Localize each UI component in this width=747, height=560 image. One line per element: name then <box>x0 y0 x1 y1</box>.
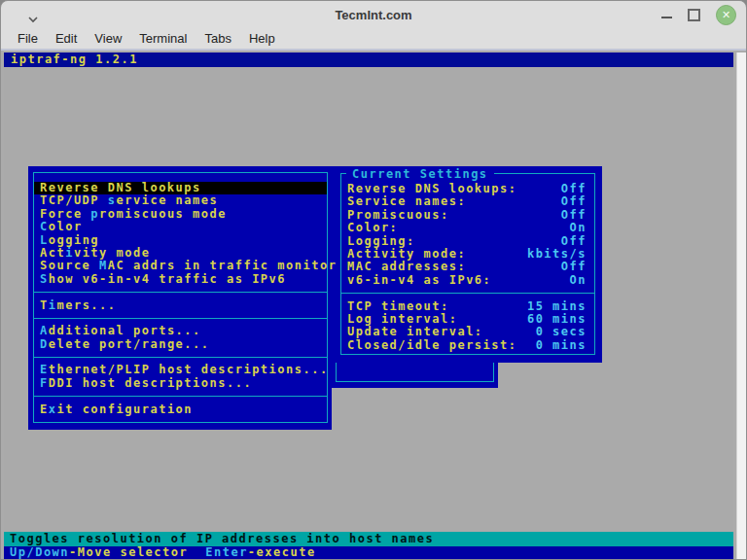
window-controls: ✕ <box>661 1 736 28</box>
menu-separator <box>34 286 327 298</box>
menu-item-v6-in-v4[interactable]: Show v6-in-v4 traffic as IPv6 <box>34 273 327 286</box>
setting-label: Promiscuous: <box>347 209 449 222</box>
menu-item-label: elete port/range... <box>49 337 210 351</box>
menu-item-logging[interactable]: Logging <box>34 234 327 247</box>
menu-item-label: romiscuous mode <box>99 207 227 221</box>
menu-item-service-names[interactable]: TCP/UDP service names <box>34 194 327 207</box>
separator-line <box>341 293 594 294</box>
menu-item-fddi-descriptions[interactable]: FDDI host descriptions... <box>34 377 327 390</box>
menu-separator <box>34 390 327 402</box>
menu-item-label: Force <box>40 207 90 221</box>
menu-file[interactable]: File <box>9 31 47 46</box>
enter-key-desc: -execute <box>248 545 316 559</box>
menu-item-label: ervice names <box>117 193 219 207</box>
menu-item-hotkey: i <box>65 246 74 260</box>
config-menu-border: Reverse DNS lookups TCP/UDP service name… <box>33 172 328 423</box>
setting-label: Log interval: <box>347 313 457 326</box>
menu-item-label: DDI host descriptions... <box>49 376 252 390</box>
setting-label: Reverse DNS lookups: <box>347 183 517 195</box>
menu-item-color[interactable]: Color <box>34 221 327 233</box>
current-settings-border: Current Settings Reverse DNS lookups:Off… <box>340 173 595 355</box>
setting-row: v6-in-v4 as IPv6:On <box>341 274 594 287</box>
setting-label: MAC addresses: <box>347 261 466 273</box>
menu-item-activity-mode[interactable]: Activity mode <box>34 247 327 260</box>
setting-value: 60 mins <box>527 313 587 326</box>
setting-value: On <box>570 222 587 234</box>
window-title: TecmInt.com <box>1 8 746 22</box>
setting-value: Off <box>561 209 587 222</box>
setting-row: Log interval:60 mins <box>341 313 594 326</box>
close-button[interactable]: ✕ <box>716 5 736 25</box>
separator-line <box>34 318 327 319</box>
key-hint-bar: Up/Down-Move selectorEnter-execute <box>4 546 733 559</box>
setting-label: Color: <box>347 222 398 234</box>
menu-terminal[interactable]: Terminal <box>130 31 196 46</box>
menu-item-hotkey: F <box>40 376 49 390</box>
setting-label: Activity mode: <box>347 248 466 261</box>
menu-item-label: E <box>40 402 49 416</box>
menu-item-label: AC addrs in traffic monitor <box>108 259 338 272</box>
setting-label: Logging: <box>347 235 415 248</box>
menu-item-label: ogging <box>49 233 99 247</box>
menu-item-exit-configuration[interactable]: Exit configuration <box>34 403 327 416</box>
setting-value: Off <box>561 235 587 248</box>
menu-item-hotkey: A <box>40 324 49 337</box>
menu-item-label: Source <box>40 259 99 272</box>
setting-row: Service names:Off <box>341 195 594 208</box>
menu-item-label: vity mode <box>74 246 151 260</box>
window-titlebar[interactable]: TecmInt.com ✕ <box>1 1 746 28</box>
menu-separator <box>34 312 327 325</box>
terminal-screen: iptraf-ng 1.2.1 Current Settings Reverse… <box>4 52 733 559</box>
menu-item-promiscuous[interactable]: Force promiscuous mode <box>34 208 327 221</box>
menu-item-reverse-dns[interactable]: Reverse DNS lookups <box>34 182 327 194</box>
status-description-bar: Toggles resolution of IP addresses into … <box>4 532 733 546</box>
setting-label: Service names: <box>347 195 466 208</box>
menu-item-label: T <box>40 298 49 312</box>
menu-item-label: dditional ports... <box>49 324 201 337</box>
menu-tabs[interactable]: Tabs <box>196 31 239 46</box>
menu-item-hotkey: S <box>40 272 49 286</box>
menu-item-delete-port[interactable]: Delete port/range... <box>34 338 327 351</box>
setting-value: Off <box>561 183 587 195</box>
separator-line <box>34 396 327 397</box>
enter-key-hint: Enter <box>205 545 248 559</box>
setting-row: MAC addresses:Off <box>341 261 594 273</box>
menu-item-source-mac[interactable]: Source MAC addrs in traffic monitor <box>34 260 327 272</box>
setting-value: Off <box>561 195 587 208</box>
setting-row: Update interval:0 secs <box>341 326 594 338</box>
config-menu-rows: Reverse DNS lookups TCP/UDP service name… <box>34 182 327 416</box>
setting-label: TCP timeout: <box>347 300 449 313</box>
menu-view[interactable]: View <box>86 31 130 46</box>
minimize-button[interactable] <box>661 17 672 18</box>
setting-row: Closed/idle persist:0 mins <box>341 339 594 352</box>
setting-label: Update interval: <box>347 326 483 338</box>
setting-row: Color:On <box>341 222 594 234</box>
menu-item-label: Reverse DNS lookups <box>40 181 201 194</box>
setting-value: 15 mins <box>527 300 587 313</box>
setting-row: Logging:Off <box>341 235 594 248</box>
menu-separator <box>34 351 327 364</box>
setting-row: Promiscuous:Off <box>341 209 594 222</box>
terminal-scrollbar[interactable] <box>736 52 746 559</box>
menu-item-ethernet-descriptions[interactable]: Ethernet/PLIP host descriptions... <box>34 364 327 376</box>
menu-item-label: it configuration <box>56 402 193 416</box>
menu-item-timers[interactable]: Timers... <box>34 299 327 312</box>
setting-label: v6-in-v4 as IPv6: <box>347 274 491 287</box>
setting-value: 0 secs <box>536 326 587 338</box>
setting-value: On <box>570 274 587 287</box>
menu-item-label: TCP/UDP <box>40 193 108 207</box>
setting-value: kbits/s <box>527 248 587 261</box>
menu-item-additional-ports[interactable]: Additional ports... <box>34 325 327 337</box>
menu-help[interactable]: Help <box>240 31 284 46</box>
menu-edit[interactable]: Edit <box>47 31 86 46</box>
maximize-button[interactable] <box>688 9 700 21</box>
separator-line <box>34 357 327 358</box>
menu-item-hotkey: L <box>40 233 49 247</box>
menu-item-hotkey: E <box>40 363 49 376</box>
current-settings-rows: Reverse DNS lookups:Off Service names:Of… <box>341 183 594 352</box>
updown-key-desc: -Move selector <box>69 545 188 559</box>
menu-item-label: olor <box>49 220 83 233</box>
settings-separator <box>341 287 594 299</box>
config-menu-panel: Reverse DNS lookups TCP/UDP service name… <box>28 166 332 430</box>
separator-line <box>34 292 327 293</box>
